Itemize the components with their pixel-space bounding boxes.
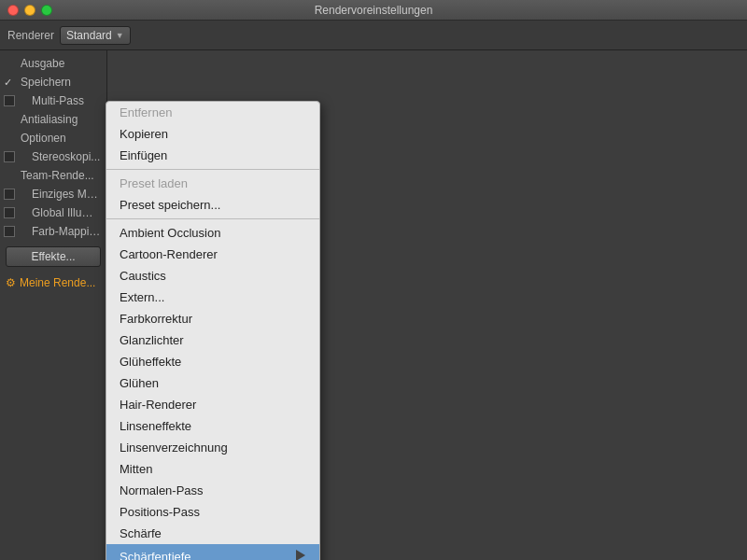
- sidebar-item-label: Stereoskopi...: [19, 150, 100, 163]
- dropdown-item-glühen[interactable]: Glühen: [106, 372, 319, 394]
- checkmark-icon: ✓: [4, 77, 12, 89]
- window-controls[interactable]: [7, 5, 52, 16]
- dropdown-item-glueheffekte[interactable]: Glüheffekte: [106, 351, 319, 372]
- dropdown-item-linseneffekte[interactable]: Linseneffekte: [106, 415, 319, 437]
- toolbar: Renderer Standard ▼: [0, 21, 747, 50]
- sidebar: Ausgabe ✓ Speichern Multi-Pass Antialias…: [0, 50, 107, 560]
- main-area: Ausgabe ✓ Speichern Multi-Pass Antialias…: [0, 50, 747, 560]
- dropdown-item-cartoon-renderer[interactable]: Cartoon-Renderer: [106, 244, 319, 265]
- dropdown-item-extern[interactable]: Extern...: [106, 287, 319, 308]
- item-label: Glüheffekte: [120, 355, 181, 369]
- item-label: Glühen: [120, 376, 159, 390]
- sidebar-item-stereoskopie[interactable]: Stereoskopi...: [0, 147, 106, 166]
- sidebar-item-label: Optionen: [21, 132, 66, 145]
- item-label: Farbkorrektur: [120, 312, 192, 326]
- sidebar-item-optionen[interactable]: Optionen: [0, 129, 106, 147]
- item-label: Entfernen: [120, 105, 172, 119]
- window-title: Rendervoreinstellungen: [315, 4, 433, 17]
- sidebar-item-label: Einziges Ma...: [19, 188, 101, 201]
- close-button[interactable]: [7, 5, 19, 16]
- separator: [106, 218, 319, 219]
- sidebar-item-label: Ausgabe: [21, 57, 64, 70]
- item-label: Extern...: [120, 290, 164, 304]
- effects-dropdown: Entfernen Kopieren Einfügen Preset laden…: [106, 101, 320, 560]
- dropdown-item-normalen-pass[interactable]: Normalen-Pass: [106, 480, 319, 501]
- item-label: Kopieren: [120, 127, 168, 141]
- sidebar-item-ausgabe[interactable]: Ausgabe: [0, 54, 106, 73]
- checkbox-icon[interactable]: [4, 151, 15, 162]
- sidebar-item-globalillumi[interactable]: Global Illumi...: [0, 203, 106, 222]
- sidebar-item-antialiasing[interactable]: Antialiasing: [0, 110, 106, 129]
- maximize-button[interactable]: [41, 5, 52, 16]
- cursor-icon: [295, 548, 306, 560]
- dropdown-item-mitten[interactable]: Mitten: [106, 458, 319, 480]
- sidebar-item-label: Farb-Mappin...: [19, 225, 101, 238]
- dropdown-item-positions-pass[interactable]: Positions-Pass: [106, 501, 319, 523]
- sidebar-item-label: Speichern: [7, 76, 71, 89]
- item-label: Caustics: [120, 269, 166, 283]
- sidebar-item-label: Global Illumi...: [19, 206, 101, 219]
- dropdown-item-farbkorrektur[interactable]: Farbkorrektur: [106, 308, 319, 329]
- sidebar-item-label: Team-Rende...: [21, 169, 94, 182]
- dropdown-item-schaerfentiefe[interactable]: Schärfentiefe: [106, 544, 319, 560]
- sidebar-item-farbmapping[interactable]: Farb-Mappin...: [0, 222, 106, 241]
- sidebar-item-meine-render[interactable]: ⚙ Meine Rende...: [0, 273, 106, 293]
- checkbox-icon[interactable]: [4, 207, 15, 218]
- item-label: Schärfentiefe: [120, 550, 191, 560]
- dropdown-item-preset-speichern[interactable]: Preset speichern...: [106, 194, 319, 216]
- item-label: Positions-Pass: [120, 505, 200, 519]
- dropdown-item-ambient-occlusion[interactable]: Ambient Occlusion: [106, 222, 319, 244]
- item-label: Ambient Occlusion: [120, 226, 220, 240]
- checkbox-icon[interactable]: [4, 95, 15, 106]
- separator: [106, 169, 319, 170]
- item-label: Cartoon-Renderer: [120, 247, 218, 261]
- renderer-dropdown[interactable]: Standard ▼: [60, 26, 131, 45]
- sidebar-item-label: Meine Rende...: [20, 276, 95, 289]
- gear-icon: ⚙: [6, 276, 16, 289]
- item-label: Preset speichern...: [120, 198, 220, 212]
- dropdown-item-glanzlichter[interactable]: Glanzlichter: [106, 329, 319, 351]
- effekte-button[interactable]: Effekte...: [6, 246, 101, 267]
- item-label: Hair-Renderer: [120, 398, 196, 412]
- chevron-down-icon: ▼: [116, 31, 124, 40]
- item-label: Linsenverzeichnung: [120, 441, 228, 455]
- item-label: Einfügen: [120, 148, 167, 162]
- sidebar-item-label: Multi-Pass: [19, 94, 84, 107]
- renderer-value: Standard: [66, 29, 112, 42]
- checkbox-icon[interactable]: [4, 189, 15, 200]
- effekte-label: Effekte...: [31, 250, 75, 263]
- item-label: Preset laden: [120, 176, 188, 190]
- dropdown-item-schaerfe[interactable]: Schärfe: [106, 523, 319, 544]
- item-label: Normalen-Pass: [120, 483, 204, 497]
- dropdown-item-linsenverzeichnung[interactable]: Linsenverzeichnung: [106, 437, 319, 458]
- sidebar-item-teamrender[interactable]: Team-Rende...: [0, 166, 106, 185]
- sidebar-item-einziges[interactable]: Einziges Ma...: [0, 185, 106, 203]
- item-label: Linseneffekte: [120, 419, 191, 433]
- sidebar-item-label: Antialiasing: [21, 113, 78, 126]
- dropdown-item-hair-renderer[interactable]: Hair-Renderer: [106, 394, 319, 415]
- item-label: Schärfe: [120, 526, 162, 540]
- item-label: Mitten: [120, 462, 152, 476]
- dropdown-item-preset-laden[interactable]: Preset laden: [106, 173, 319, 194]
- sidebar-item-multipass[interactable]: Multi-Pass: [0, 91, 106, 110]
- checkbox-icon[interactable]: [4, 226, 15, 237]
- dropdown-item-caustics[interactable]: Caustics: [106, 265, 319, 287]
- item-label: Glanzlichter: [120, 333, 184, 347]
- dropdown-item-kopieren[interactable]: Kopieren: [106, 123, 319, 145]
- svg-marker-0: [296, 550, 305, 560]
- renderer-label: Renderer: [7, 29, 54, 42]
- titlebar: Rendervoreinstellungen: [0, 0, 747, 21]
- minimize-button[interactable]: [24, 5, 35, 16]
- dropdown-item-einfuegen[interactable]: Einfügen: [106, 145, 319, 166]
- dropdown-item-entfernen[interactable]: Entfernen: [106, 102, 319, 123]
- sidebar-item-speichern[interactable]: ✓ Speichern: [0, 73, 106, 91]
